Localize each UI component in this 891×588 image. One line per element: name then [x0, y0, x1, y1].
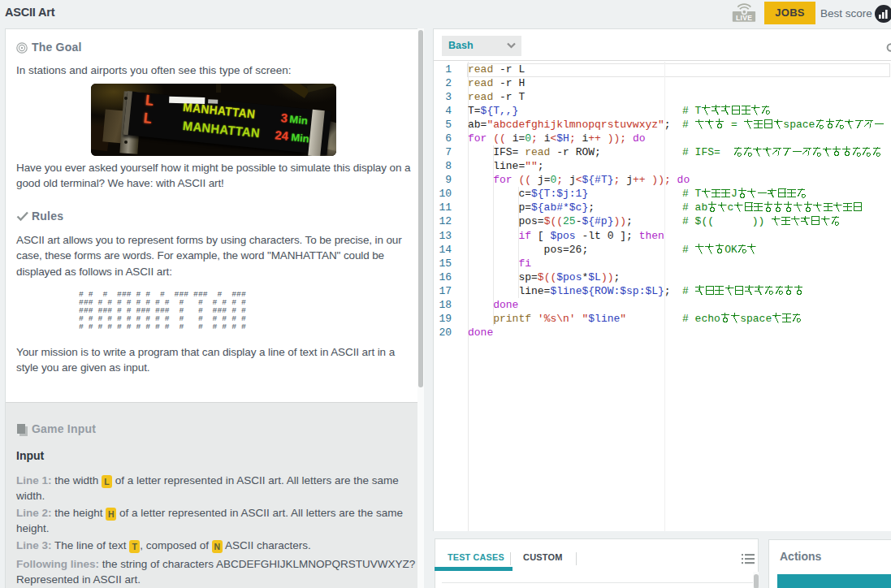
svg-text:LIVE: LIVE [736, 14, 752, 22]
